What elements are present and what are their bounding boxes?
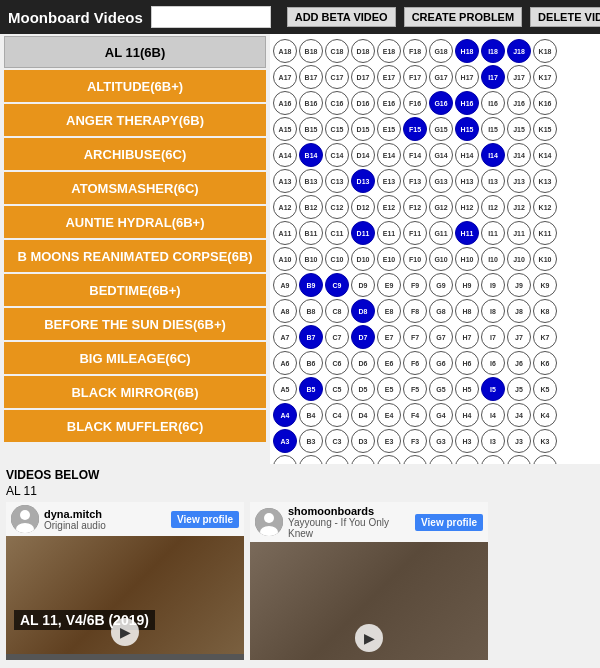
grid-cell-F6[interactable]: F6 bbox=[403, 351, 427, 375]
grid-cell-J6[interactable]: J6 bbox=[507, 351, 531, 375]
grid-cell-G8[interactable]: G8 bbox=[429, 299, 453, 323]
grid-cell-D17[interactable]: D17 bbox=[351, 65, 375, 89]
sidebar-item-8[interactable]: BEFORE THE SUN DIES(6B+) bbox=[4, 308, 266, 340]
grid-cell-B5[interactable]: B5 bbox=[299, 377, 323, 401]
grid-cell-G3[interactable]: G3 bbox=[429, 429, 453, 453]
sidebar-item-0[interactable]: AL 11(6B) bbox=[4, 36, 266, 68]
grid-cell-C10[interactable]: C10 bbox=[325, 247, 349, 271]
grid-cell-E7[interactable]: E7 bbox=[377, 325, 401, 349]
grid-cell-K16[interactable]: K16 bbox=[533, 91, 557, 115]
grid-cell-C3[interactable]: C3 bbox=[325, 429, 349, 453]
grid-cell-H5[interactable]: H5 bbox=[455, 377, 479, 401]
grid-cell-H6[interactable]: H6 bbox=[455, 351, 479, 375]
grid-cell-G15[interactable]: G15 bbox=[429, 117, 453, 141]
grid-cell-E4[interactable]: E4 bbox=[377, 403, 401, 427]
grid-cell-E18[interactable]: E18 bbox=[377, 39, 401, 63]
grid-cell-E12[interactable]: E12 bbox=[377, 195, 401, 219]
grid-cell-J15[interactable]: J15 bbox=[507, 117, 531, 141]
grid-cell-D2[interactable]: D2 bbox=[351, 455, 375, 464]
grid-cell-J3[interactable]: J3 bbox=[507, 429, 531, 453]
sidebar-item-7[interactable]: BEDTIME(6B+) bbox=[4, 274, 266, 306]
grid-cell-I12[interactable]: I12 bbox=[481, 195, 505, 219]
grid-cell-D14[interactable]: D14 bbox=[351, 143, 375, 167]
grid-cell-A8[interactable]: A8 bbox=[273, 299, 297, 323]
play-button-0[interactable]: ▶ bbox=[111, 618, 139, 646]
grid-cell-B16[interactable]: B16 bbox=[299, 91, 323, 115]
grid-cell-G18[interactable]: G18 bbox=[429, 39, 453, 63]
grid-cell-G9[interactable]: G9 bbox=[429, 273, 453, 297]
grid-cell-I5[interactable]: I5 bbox=[481, 377, 505, 401]
grid-cell-F9[interactable]: F9 bbox=[403, 273, 427, 297]
grid-cell-C13[interactable]: C13 bbox=[325, 169, 349, 193]
grid-cell-K5[interactable]: K5 bbox=[533, 377, 557, 401]
grid-cell-K17[interactable]: K17 bbox=[533, 65, 557, 89]
grid-cell-J7[interactable]: J7 bbox=[507, 325, 531, 349]
grid-cell-F12[interactable]: F12 bbox=[403, 195, 427, 219]
grid-cell-A14[interactable]: A14 bbox=[273, 143, 297, 167]
grid-cell-J10[interactable]: J10 bbox=[507, 247, 531, 271]
grid-cell-I15[interactable]: I15 bbox=[481, 117, 505, 141]
sidebar-item-1[interactable]: ALTITUDE(6B+) bbox=[4, 70, 266, 102]
grid-cell-I7[interactable]: I7 bbox=[481, 325, 505, 349]
grid-cell-C2[interactable]: C2 bbox=[325, 455, 349, 464]
grid-cell-C17[interactable]: C17 bbox=[325, 65, 349, 89]
grid-cell-E15[interactable]: E15 bbox=[377, 117, 401, 141]
grid-cell-D12[interactable]: D12 bbox=[351, 195, 375, 219]
grid-cell-F2[interactable]: F2 bbox=[403, 455, 427, 464]
grid-cell-I8[interactable]: I8 bbox=[481, 299, 505, 323]
grid-cell-J4[interactable]: J4 bbox=[507, 403, 531, 427]
grid-cell-G16[interactable]: G16 bbox=[429, 91, 453, 115]
grid-cell-D13[interactable]: D13 bbox=[351, 169, 375, 193]
grid-cell-D5[interactable]: D5 bbox=[351, 377, 375, 401]
grid-cell-A15[interactable]: A15 bbox=[273, 117, 297, 141]
grid-cell-B9[interactable]: B9 bbox=[299, 273, 323, 297]
grid-cell-G13[interactable]: G13 bbox=[429, 169, 453, 193]
grid-cell-I6[interactable]: I6 bbox=[481, 351, 505, 375]
grid-cell-I4[interactable]: I4 bbox=[481, 403, 505, 427]
sidebar-item-11[interactable]: BLACK MUFFLER(6C) bbox=[4, 410, 266, 442]
grid-cell-H16[interactable]: H16 bbox=[455, 91, 479, 115]
grid-cell-F15[interactable]: F15 bbox=[403, 117, 427, 141]
add-beta-video-button[interactable]: ADD BETA VIDEO bbox=[287, 7, 396, 27]
grid-cell-C8[interactable]: C8 bbox=[325, 299, 349, 323]
grid-cell-C16[interactable]: C16 bbox=[325, 91, 349, 115]
grid-cell-J12[interactable]: J12 bbox=[507, 195, 531, 219]
view-profile-button-1[interactable]: View profile bbox=[415, 514, 483, 531]
grid-cell-E13[interactable]: E13 bbox=[377, 169, 401, 193]
grid-cell-E9[interactable]: E9 bbox=[377, 273, 401, 297]
grid-cell-G12[interactable]: G12 bbox=[429, 195, 453, 219]
grid-cell-A2[interactable]: A2 bbox=[273, 455, 297, 464]
video-thumbnail-1[interactable]: ▶ bbox=[250, 542, 488, 660]
grid-cell-D4[interactable]: D4 bbox=[351, 403, 375, 427]
grid-cell-A6[interactable]: A6 bbox=[273, 351, 297, 375]
grid-cell-A9[interactable]: A9 bbox=[273, 273, 297, 297]
grid-cell-J5[interactable]: J5 bbox=[507, 377, 531, 401]
grid-cell-B3[interactable]: B3 bbox=[299, 429, 323, 453]
grid-cell-B14[interactable]: B14 bbox=[299, 143, 323, 167]
grid-cell-H7[interactable]: H7 bbox=[455, 325, 479, 349]
grid-cell-K18[interactable]: K18 bbox=[533, 39, 557, 63]
grid-cell-F16[interactable]: F16 bbox=[403, 91, 427, 115]
grid-cell-G11[interactable]: G11 bbox=[429, 221, 453, 245]
grid-cell-E2[interactable]: E2 bbox=[377, 455, 401, 464]
sidebar-item-9[interactable]: BIG MILEAGE(6C) bbox=[4, 342, 266, 374]
grid-cell-K7[interactable]: K7 bbox=[533, 325, 557, 349]
grid-cell-D11[interactable]: D11 bbox=[351, 221, 375, 245]
grid-cell-B18[interactable]: B18 bbox=[299, 39, 323, 63]
grid-cell-A3[interactable]: A3 bbox=[273, 429, 297, 453]
grid-cell-H15[interactable]: H15 bbox=[455, 117, 479, 141]
grid-cell-A13[interactable]: A13 bbox=[273, 169, 297, 193]
grid-cell-A4[interactable]: A4 bbox=[273, 403, 297, 427]
grid-cell-D15[interactable]: D15 bbox=[351, 117, 375, 141]
grid-cell-H11[interactable]: H11 bbox=[455, 221, 479, 245]
grid-cell-K8[interactable]: K8 bbox=[533, 299, 557, 323]
grid-cell-H18[interactable]: H18 bbox=[455, 39, 479, 63]
grid-cell-D16[interactable]: D16 bbox=[351, 91, 375, 115]
grid-cell-H17[interactable]: H17 bbox=[455, 65, 479, 89]
grid-cell-F4[interactable]: F4 bbox=[403, 403, 427, 427]
grid-cell-A18[interactable]: A18 bbox=[273, 39, 297, 63]
grid-cell-A7[interactable]: A7 bbox=[273, 325, 297, 349]
grid-cell-B8[interactable]: B8 bbox=[299, 299, 323, 323]
grid-cell-E16[interactable]: E16 bbox=[377, 91, 401, 115]
grid-cell-A17[interactable]: A17 bbox=[273, 65, 297, 89]
